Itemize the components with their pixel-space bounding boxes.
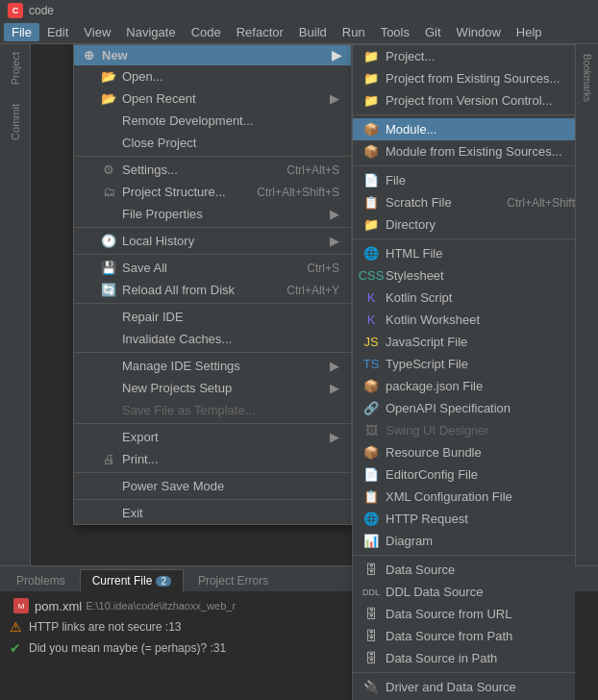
menu-export[interactable]: Export▶ — [74, 426, 351, 448]
submenu-typescript[interactable]: TSTypeScript File — [353, 353, 575, 375]
menu-power-save[interactable]: Power Save Mode — [74, 475, 351, 497]
submenu-kotlin-worksheet[interactable]: KKotlin Worksheet — [353, 309, 575, 331]
menu-code[interactable]: Code — [184, 23, 229, 41]
submenu-javascript[interactable]: JSJavaScript File — [353, 331, 575, 353]
menu-refactor[interactable]: Refactor — [229, 23, 291, 41]
submenu-datasource-in-path[interactable]: 🗄Data Source in Path — [353, 647, 575, 669]
file-dropdown-menu: ⊕ New ▶ 📂Open... 📂Open Recent▶ Remote De… — [73, 44, 352, 525]
menu-run[interactable]: Run — [335, 23, 373, 41]
submenu-stylesheet[interactable]: CSSStylesheet — [353, 264, 575, 287]
warning-text: HTTP links are not secure :13 — [29, 620, 182, 634]
menu-save-all[interactable]: 💾Save AllCtrl+S — [74, 257, 351, 279]
menu-reload[interactable]: 🔄Reload All from DiskCtrl+Alt+Y — [74, 279, 351, 301]
menu-manage-ide[interactable]: Manage IDE Settings▶ — [74, 355, 351, 377]
submenu-resource-bundle[interactable]: 📦Resource Bundle — [353, 441, 575, 463]
menu-save-template: Save File as Template... — [74, 399, 351, 421]
menu-file[interactable]: File — [4, 23, 39, 41]
pom-path: E:\10.idea\code\itzhaoxx_web_r — [86, 600, 236, 612]
tab-problems[interactable]: Problems — [4, 569, 78, 591]
submenu-project-vcs[interactable]: 📁Project from Version Control... — [353, 89, 575, 112]
submenu-xml-config[interactable]: 📋XML Configuration File▶ — [353, 486, 575, 508]
warning-icon: ⚠ — [8, 619, 23, 635]
pom-filename: pom.xml — [35, 599, 82, 613]
pom-icon: M — [13, 598, 29, 613]
submenu-kotlin-script[interactable]: KKotlin Script — [353, 287, 575, 309]
menu-edit[interactable]: Edit — [39, 23, 76, 41]
sidebar-item-project[interactable]: Project — [10, 52, 21, 85]
menu-local-history[interactable]: 🕐Local History▶ — [74, 230, 351, 252]
menu-help[interactable]: Help — [509, 23, 550, 41]
right-sidebar: Bookmarks — [575, 44, 598, 565]
menu-settings[interactable]: ⚙Settings...Ctrl+Alt+S — [74, 159, 351, 181]
bookmarks-label[interactable]: Bookmarks — [582, 54, 592, 102]
submenu-diagram[interactable]: 📊Diagram▶ — [353, 530, 575, 552]
submenu-datasource-url[interactable]: 🗄Data Source from URL — [353, 603, 575, 625]
menu-build[interactable]: Build — [291, 23, 335, 41]
submenu-http[interactable]: 🌐HTTP Request — [353, 508, 575, 530]
current-file-badge: 2 — [156, 576, 171, 587]
menu-git[interactable]: Git — [417, 23, 449, 41]
menu-invalidate-caches[interactable]: Invalidate Caches... — [74, 328, 351, 350]
submenu-datasource-path[interactable]: 🗄Data Source from Path — [353, 625, 575, 647]
title-bar: C code — [0, 0, 598, 21]
submenu-editorconfig[interactable]: 📄EditorConfig File — [353, 463, 575, 486]
checkmark-icon: ✔ — [8, 640, 23, 656]
menu-open[interactable]: 📂Open... — [74, 65, 351, 88]
app-logo: C — [8, 3, 23, 18]
menu-new-projects-setup[interactable]: New Projects Setup▶ — [74, 377, 351, 399]
submenu-package-json[interactable]: 📦package.json File — [353, 375, 575, 397]
menu-view[interactable]: View — [76, 23, 118, 41]
menu-project-structure[interactable]: 🗂Project Structure...Ctrl+Alt+Shift+S — [74, 181, 351, 203]
title-bar-text: code — [29, 4, 54, 17]
submenu-openapi[interactable]: 🔗OpenAPI Specification — [353, 397, 575, 419]
sidebar-item-commit[interactable]: Commit — [10, 104, 21, 140]
left-sidebar: Project Commit — [0, 44, 31, 565]
submenu-swing: 🖼Swing UI Designer▶ — [353, 419, 575, 441]
submenu-project[interactable]: 📁Project... — [353, 45, 575, 67]
menu-open-recent[interactable]: 📂Open Recent▶ — [74, 88, 351, 110]
submenu-module-existing[interactable]: 📦Module from Existing Sources... — [353, 140, 575, 162]
menu-new-item[interactable]: ⊕ New ▶ — [74, 45, 351, 65]
submenu-directory[interactable]: 📁Directory — [353, 213, 575, 236]
submenu-driver-datasource[interactable]: 🔌Driver and Data Source — [353, 676, 575, 698]
submenu-html[interactable]: 🌐HTML File — [353, 242, 575, 264]
tab-project-errors[interactable]: Project Errors — [186, 569, 281, 591]
menu-close-project[interactable]: Close Project — [74, 132, 351, 154]
info-text: Did you mean maybe (= perhaps)? :31 — [29, 641, 226, 655]
submenu-file[interactable]: 📄File — [353, 169, 575, 191]
menu-window[interactable]: Window — [449, 23, 509, 41]
menu-bar: FileEditViewNavigateCodeRefactorBuildRun… — [0, 21, 598, 44]
menu-navigate[interactable]: Navigate — [118, 23, 183, 41]
submenu-datasource[interactable]: 🗄Data Source▶ — [353, 559, 575, 581]
tab-current-file[interactable]: Current File2 — [80, 569, 184, 591]
submenu-project-existing[interactable]: 📁Project from Existing Sources... — [353, 67, 575, 89]
submenu-scratch[interactable]: 📋Scratch FileCtrl+Alt+Shift+Insert — [353, 191, 575, 213]
menu-remote-dev[interactable]: Remote Development... — [74, 110, 351, 132]
menu-exit[interactable]: Exit — [74, 502, 351, 524]
submenu-ddl[interactable]: DDLDDL Data Source — [353, 581, 575, 603]
menu-print[interactable]: 🖨Print... — [74, 448, 351, 470]
menu-tools[interactable]: Tools — [373, 23, 417, 41]
menu-repair-ide[interactable]: Repair IDE — [74, 306, 351, 328]
menu-file-properties[interactable]: File Properties▶ — [74, 203, 351, 225]
new-submenu: 📁Project... 📁Project from Existing Sourc… — [352, 44, 575, 700]
submenu-module[interactable]: 📦Module... — [353, 118, 575, 140]
